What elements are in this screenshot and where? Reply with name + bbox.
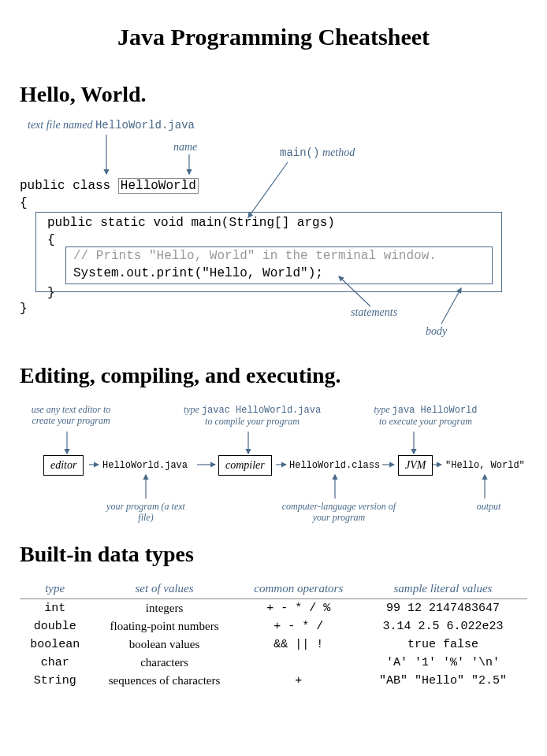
ann-compiler-top: type javac HelloWorld.javato compile you… bbox=[177, 404, 327, 428]
section-hello-heading: Hello, World. bbox=[20, 82, 527, 107]
ann-name: name bbox=[173, 141, 197, 154]
ann-class-bot: computer-language version of your progra… bbox=[280, 501, 398, 524]
table-row: boolean boolean values && || ! true fals… bbox=[20, 636, 527, 654]
ann-mainmethod: main() method bbox=[280, 146, 355, 159]
svg-line-4 bbox=[441, 288, 461, 324]
code-class-decl: public class HelloWorld bbox=[20, 178, 199, 194]
class-name-box: HelloWorld bbox=[118, 178, 199, 194]
ann-jvm-top: type java HelloWorldto execute your prog… bbox=[359, 404, 493, 428]
table-row: String sequences of characters + "AB" "H… bbox=[20, 672, 527, 690]
txt-output: "Hello, World" bbox=[445, 460, 525, 471]
box-compiler: compiler bbox=[218, 455, 272, 476]
code-main-close: } bbox=[47, 286, 55, 300]
table-row: int integers + - * / % 99 12 2147483647 bbox=[20, 599, 527, 618]
th-ops: common operators bbox=[239, 579, 359, 599]
ann-editor-top: use any text editor to create your progr… bbox=[24, 404, 118, 427]
th-lits: sample literal values bbox=[359, 579, 527, 599]
ann-textfile: text file named HelloWorld.java bbox=[28, 119, 195, 132]
code-main-sig: public static void main(String[] args) bbox=[47, 216, 335, 230]
ann-output-bot: output bbox=[469, 501, 508, 512]
ann-source-bot: your program (a text file) bbox=[106, 501, 185, 524]
code-comment: // Prints "Hello, World" in the terminal… bbox=[73, 249, 437, 263]
ann-statements: statements bbox=[351, 306, 397, 319]
code-class-close: } bbox=[20, 302, 28, 316]
code-print: System.out.print("Hello, World"); bbox=[73, 266, 323, 280]
table-row: double floating-point numbers + - * / 3.… bbox=[20, 617, 527, 636]
box-jvm: JVM bbox=[398, 455, 433, 476]
code-open-brace: { bbox=[20, 196, 28, 210]
page-title: Java Programming Cheatsheet bbox=[20, 24, 527, 50]
txt-source: HelloWorld.java bbox=[102, 460, 188, 471]
pipeline-diagram: use any text editor to create your progr… bbox=[20, 400, 527, 526]
code-main-open: { bbox=[47, 233, 55, 247]
section-types-heading: Built-in data types bbox=[20, 542, 527, 567]
box-editor: editor bbox=[43, 455, 84, 476]
th-set: set of values bbox=[90, 579, 238, 599]
txt-class: HelloWorld.class bbox=[289, 460, 380, 471]
hello-world-diagram: text file named HelloWorld.java name mai… bbox=[20, 119, 527, 347]
svg-line-2 bbox=[248, 162, 288, 217]
types-table: type set of values common operators samp… bbox=[20, 579, 527, 690]
th-type: type bbox=[20, 579, 90, 599]
table-row: char characters 'A' '1' '%' '\n' bbox=[20, 654, 527, 672]
section-editing-heading: Editing, compiling, and executing. bbox=[20, 363, 527, 388]
ann-body: body bbox=[426, 325, 447, 338]
